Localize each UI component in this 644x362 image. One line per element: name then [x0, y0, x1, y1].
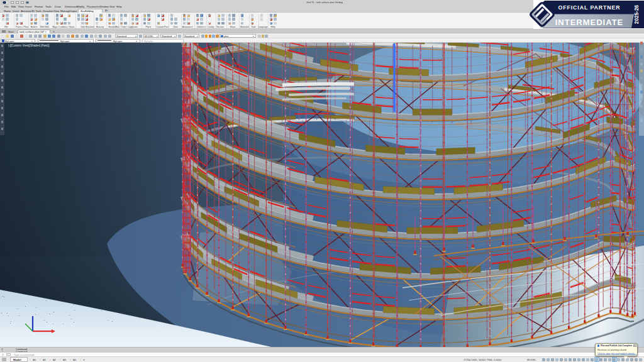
svg-text:INTERMEDIATE: INTERMEDIATE [555, 18, 624, 27]
svg-text:OFFICIAL PARTNER: OFFICIAL PARTNER [558, 4, 620, 11]
svg-text:2025-26: 2025-26 [633, 4, 640, 24]
